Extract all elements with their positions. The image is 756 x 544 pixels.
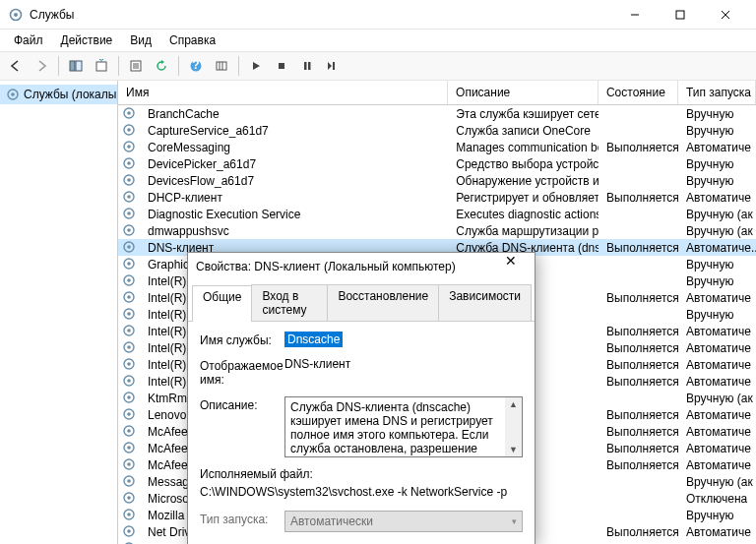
menu-action[interactable]: Действие <box>53 31 121 49</box>
menu-view[interactable]: Вид <box>122 31 159 49</box>
cell-state <box>598 514 678 516</box>
cell-description: Регистрирует и обновляет I… <box>448 190 598 206</box>
svg-point-57 <box>127 379 131 383</box>
cell-state <box>598 113 678 115</box>
cell-description: Эта служба кэширует сетев… <box>448 106 598 122</box>
gear-icon <box>8 7 24 23</box>
column-header-name[interactable]: Имя <box>118 81 448 104</box>
export-button[interactable] <box>90 54 113 78</box>
tab-logon[interactable]: Вход в систему <box>251 284 328 321</box>
gear-icon <box>122 106 138 122</box>
svg-rect-19 <box>304 62 307 70</box>
show-hide-tree-button[interactable] <box>64 54 88 78</box>
cell-startup: Автоматиче <box>678 374 756 390</box>
tab-dependencies[interactable]: Зависимости <box>438 284 532 321</box>
cell-state: Выполняется <box>598 190 678 206</box>
start-service-button[interactable] <box>244 54 268 78</box>
toolbar-separator <box>178 56 179 76</box>
cell-state <box>598 498 678 500</box>
refresh-button[interactable] <box>150 54 173 78</box>
cell-state <box>598 213 678 215</box>
tree-item-services-local[interactable]: Службы (локалы <box>0 85 117 104</box>
cell-startup: Автоматиче <box>678 357 756 373</box>
menu-help[interactable]: Справка <box>161 31 223 49</box>
description-scrollbar[interactable]: ▲ ▼ <box>505 397 522 456</box>
service-row[interactable]: DevicesFlow_a61d7Обнаружение устройств и… <box>118 172 756 189</box>
tab-general[interactable]: Общие <box>192 285 252 322</box>
svg-point-1 <box>14 13 18 17</box>
toolbar: ? <box>0 51 756 81</box>
service-row[interactable]: BranchCacheЭта служба кэширует сетев…Вру… <box>118 105 756 122</box>
cell-description: Manages communication bet… <box>448 140 598 155</box>
tree-item-label: Службы (локалы <box>24 88 116 101</box>
cell-state <box>598 163 678 165</box>
pause-service-button[interactable] <box>295 54 319 78</box>
gear-icon <box>122 140 138 155</box>
label-service-name: Имя службы: <box>200 332 284 347</box>
cell-startup: Автоматиче <box>678 290 756 306</box>
service-row[interactable]: CoreMessagingManages communication bet…В… <box>118 139 756 155</box>
menu-file[interactable]: Файл <box>6 31 51 49</box>
column-header-startup[interactable]: Тип запуска <box>678 81 756 104</box>
minimize-button[interactable] <box>612 0 658 30</box>
service-row[interactable]: CaptureService_a61d7Служба записи OneCor… <box>118 122 756 139</box>
cell-description: Executes diagnostic actions f… <box>448 207 598 222</box>
cell-state: Выполняется <box>598 357 678 373</box>
service-row[interactable]: DevicePicker_a61d7Средство выбора устрой… <box>118 155 756 172</box>
gear-icon <box>122 508 138 523</box>
dialog-close-button[interactable]: ✕ <box>495 253 527 280</box>
cell-name: Diagnostic Execution Service <box>140 207 448 222</box>
svg-point-53 <box>127 345 131 349</box>
column-header-description[interactable]: Описание <box>448 81 598 104</box>
service-row[interactable]: Diagnostic Execution ServiceExecutes dia… <box>118 206 756 222</box>
gear-icon <box>122 307 138 323</box>
window-title: Службы <box>30 8 612 22</box>
cell-name: CoreMessaging <box>140 140 448 155</box>
cell-startup: Автоматиче <box>678 424 756 440</box>
startup-type-select[interactable]: Автоматически ▾ <box>284 511 523 532</box>
svg-rect-3 <box>676 11 684 19</box>
cell-state: Выполняется <box>598 290 678 306</box>
gear-icon <box>122 340 138 356</box>
close-button[interactable] <box>703 0 748 30</box>
service-row[interactable]: DHCP-клиентРегистрирует и обновляет I…Вы… <box>118 189 756 206</box>
scroll-up-icon[interactable]: ▲ <box>507 397 520 411</box>
stop-service-button[interactable] <box>270 54 293 78</box>
gear-icon <box>122 223 138 239</box>
service-row[interactable]: dmwappushsvcСлужба маршрутизации pu…Вруч… <box>118 222 756 239</box>
gear-icon <box>122 457 138 473</box>
cell-startup: Автоматиче <box>678 441 756 456</box>
cell-state: Выполняется <box>598 324 678 339</box>
gear-icon <box>122 474 138 490</box>
cell-startup: Автоматиче <box>678 524 756 540</box>
menubar: Файл Действие Вид Справка <box>0 30 756 51</box>
columns-button[interactable] <box>210 54 233 78</box>
svg-point-29 <box>127 145 131 149</box>
column-header-state[interactable]: Состояние <box>598 81 678 104</box>
tab-recovery[interactable]: Восстановление <box>327 284 439 321</box>
cell-state: Выполняется <box>598 457 678 473</box>
cell-startup: Вручную <box>678 541 756 545</box>
restart-service-button[interactable] <box>321 54 345 78</box>
scroll-down-icon[interactable]: ▼ <box>507 443 520 456</box>
svg-point-55 <box>127 362 131 366</box>
help-button[interactable]: ? <box>184 54 208 78</box>
nav-forward-button[interactable] <box>30 54 53 78</box>
nav-back-button[interactable] <box>4 54 28 78</box>
cell-description: Обнаружение устройств и п… <box>448 173 598 189</box>
label-description: Описание: <box>200 396 284 412</box>
executable-path-value: C:\WINDOWS\system32\svchost.exe -k Netwo… <box>200 485 523 499</box>
maximize-button[interactable] <box>658 0 703 30</box>
gear-icon <box>122 541 138 545</box>
cell-state: Выполняется <box>598 407 678 423</box>
cell-startup: Вручную (ак <box>678 474 756 490</box>
svg-point-47 <box>127 295 131 299</box>
label-executable: Исполняемый файл: <box>200 467 523 481</box>
gear-icon <box>122 240 138 256</box>
display-name-value: DNS-клиент <box>284 357 523 371</box>
properties-button[interactable] <box>124 54 148 78</box>
svg-point-31 <box>127 161 131 165</box>
label-startup-type: Тип запуска: <box>200 511 284 526</box>
description-textbox[interactable]: Служба DNS-клиента (dnscache) кэширует и… <box>284 396 523 457</box>
svg-point-41 <box>127 245 131 249</box>
